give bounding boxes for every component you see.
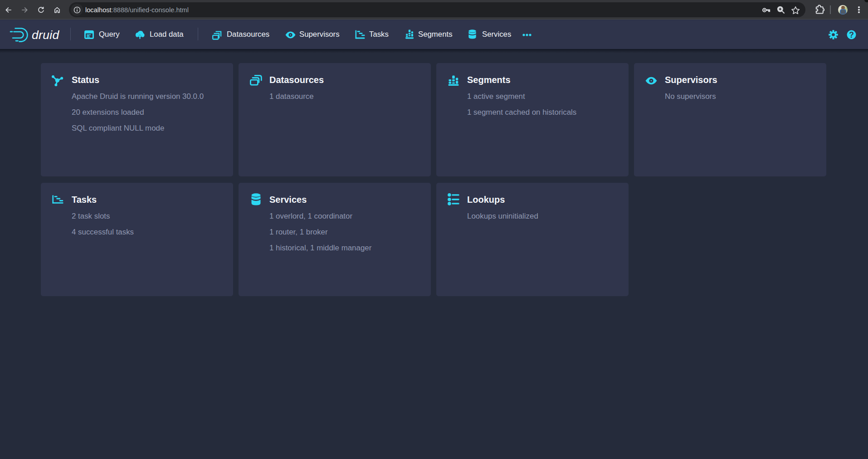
svg-text:?: ? [849,30,854,39]
